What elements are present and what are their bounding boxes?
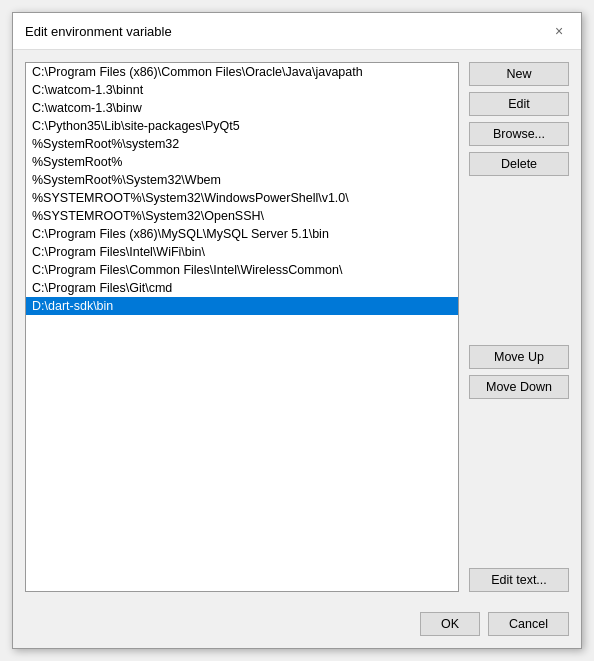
list-item[interactable]: C:\Program Files (x86)\Common Files\Orac… <box>26 63 458 81</box>
edit-env-variable-dialog: Edit environment variable × C:\Program F… <box>12 12 582 649</box>
close-button[interactable]: × <box>549 21 569 41</box>
list-item[interactable]: %SYSTEMROOT%\System32\WindowsPowerShell\… <box>26 189 458 207</box>
list-item[interactable]: C:\Python35\Lib\site-packages\PyQt5 <box>26 117 458 135</box>
env-variable-list[interactable]: C:\Program Files (x86)\Common Files\Orac… <box>25 62 459 592</box>
list-item[interactable]: %SYSTEMROOT%\System32\OpenSSH\ <box>26 207 458 225</box>
list-item[interactable]: %SystemRoot%\System32\Wbem <box>26 171 458 189</box>
title-bar: Edit environment variable × <box>13 13 581 50</box>
new-button[interactable]: New <box>469 62 569 86</box>
footer: OK Cancel <box>13 604 581 648</box>
list-item[interactable]: C:\Program Files\Common Files\Intel\Wire… <box>26 261 458 279</box>
list-item[interactable]: %SystemRoot% <box>26 153 458 171</box>
cancel-button[interactable]: Cancel <box>488 612 569 636</box>
list-item[interactable]: C:\Program Files\Intel\WiFi\bin\ <box>26 243 458 261</box>
ok-button[interactable]: OK <box>420 612 480 636</box>
list-item[interactable]: D:\dart-sdk\bin <box>26 297 458 315</box>
delete-button[interactable]: Delete <box>469 152 569 176</box>
edit-text-button[interactable]: Edit text... <box>469 568 569 592</box>
list-item[interactable]: C:\watcom-1.3\binw <box>26 99 458 117</box>
list-item[interactable]: C:\watcom-1.3\binnt <box>26 81 458 99</box>
list-item[interactable]: %SystemRoot%\system32 <box>26 135 458 153</box>
move-down-button[interactable]: Move Down <box>469 375 569 399</box>
buttons-panel: New Edit Browse... Delete Move Up Move D… <box>469 62 569 592</box>
browse-button[interactable]: Browse... <box>469 122 569 146</box>
list-item[interactable]: C:\Program Files\Git\cmd <box>26 279 458 297</box>
move-up-button[interactable]: Move Up <box>469 345 569 369</box>
edit-button[interactable]: Edit <box>469 92 569 116</box>
list-item[interactable]: C:\Program Files (x86)\MySQL\MySQL Serve… <box>26 225 458 243</box>
content-area: C:\Program Files (x86)\Common Files\Orac… <box>13 50 581 604</box>
dialog-title: Edit environment variable <box>25 24 172 39</box>
